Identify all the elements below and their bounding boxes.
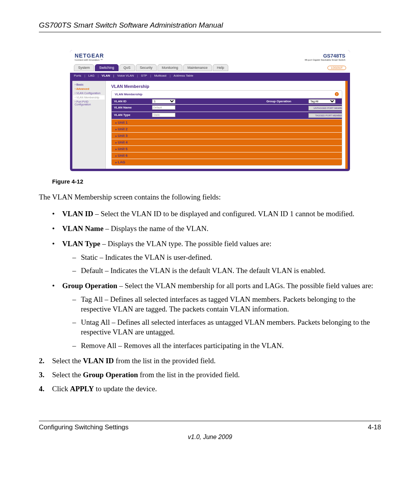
tab-switching[interactable]: Switching	[95, 64, 119, 71]
unit-row[interactable]: Unit 5	[112, 145, 342, 152]
vlan-name-input[interactable]	[152, 105, 175, 110]
panel-box: VLAN Membership ? VLAN ID 1	[111, 90, 342, 166]
unit-row[interactable]: Unit 3	[112, 132, 342, 139]
step-4: 4. Click APPLY to update the device.	[39, 384, 381, 394]
figure-caption: Figure 4-12	[52, 178, 381, 185]
subnav-lag[interactable]: LAG	[88, 74, 98, 77]
footer-left: Configuring Switching Settings	[39, 424, 129, 431]
subnav-ports[interactable]: Ports	[74, 74, 85, 77]
model-number: GS748TS	[304, 53, 345, 59]
sub-bullet-tag-all: Tag All – Defines all selected interface…	[72, 295, 381, 314]
vlan-type-input	[152, 113, 175, 117]
panel-title: VLAN Membership	[111, 84, 342, 89]
help-icon[interactable]: ?	[335, 92, 339, 96]
brand-bar: NETGEAR Connect with Innovation ™ GS748T…	[70, 50, 350, 63]
doc-header-title: GS700TS Smart Switch Software Administra…	[39, 21, 381, 32]
figure-screenshot: NETGEAR Connect with Innovation ™ GS748T…	[70, 50, 350, 171]
tab-help[interactable]: Help	[213, 64, 229, 71]
sub-bullet-remove-all: Remove All – Removes all the interfaces …	[72, 341, 381, 351]
panel-box-header: VLAN Membership ?	[112, 91, 342, 98]
sidebar-port-pvid[interactable]: › Port PVID Configuration	[73, 100, 105, 107]
label-vlan-id: VLAN ID	[112, 98, 150, 104]
unit-row[interactable]: Unit 2	[112, 126, 342, 132]
content-area: VLAN Membership VLAN Membership ? VLAN I…	[106, 81, 348, 169]
model-description: 48-port Gigabit Stackable Smart Switch	[304, 59, 345, 61]
tab-maintenance[interactable]: Maintenance	[183, 64, 212, 71]
unit-list: Unit 1 Unit 2 Unit 3 Unit 4 Unit 5 Unit …	[112, 119, 342, 165]
tab-security[interactable]: Security	[136, 64, 157, 71]
unit-row[interactable]: Unit 1	[112, 119, 342, 126]
tab-system[interactable]: System	[74, 64, 94, 71]
unit-row[interactable]: Unit 4	[112, 139, 342, 145]
step-2: 2. Select the VLAN ID from the list in t…	[39, 356, 381, 366]
bullet-group-op: Group Operation – Select the VLAN member…	[52, 281, 381, 350]
untagged-members-button[interactable]: UNTAGGED PORT MEMBERS	[308, 106, 342, 110]
panel-box-title: VLAN Membership	[115, 93, 142, 96]
sub-nav: Ports LAG VLAN Voice VLAN STP Multicast …	[70, 73, 350, 79]
step-3: 3. Select the Group Operation from the l…	[39, 370, 381, 380]
bullet-vlan-id: VLAN ID – Select the VLAN ID to be displ…	[52, 209, 381, 219]
label-group-op: Group Operation	[264, 98, 307, 104]
bullet-vlan-name: VLAN Name – Displays the name of the VLA…	[52, 224, 381, 234]
sidebar-vlan-membership[interactable]: › VLAN Membership	[73, 95, 105, 100]
label-vlan-type: VLAN Type	[112, 112, 150, 119]
label-vlan-name: VLAN Name	[112, 105, 150, 112]
brand-tagline: Connect with Innovation ™	[75, 59, 104, 61]
tagged-members-button[interactable]: TAGGED PORT MEMBERS	[308, 113, 342, 118]
doc-footer: Configuring Switching Settings 4-18	[39, 421, 381, 431]
group-op-select[interactable]: Tag All	[308, 99, 336, 103]
subnav-stp[interactable]: STP	[141, 74, 151, 77]
main-nav: System Switching QoS Security Monitoring…	[70, 63, 350, 73]
tab-qos[interactable]: QoS	[119, 64, 135, 71]
app-shell: NETGEAR Connect with Innovation ™ GS748T…	[70, 50, 350, 171]
footer-right: 4-18	[368, 424, 381, 431]
app-body: › Basic › Advanced › VLAN Configuration …	[72, 81, 348, 169]
logout-button[interactable]: LOGOUT	[327, 66, 346, 70]
doc-version: v1.0, June 2009	[39, 434, 381, 441]
intro-paragraph: The VLAN Membership screen contains the …	[39, 192, 381, 202]
unit-row[interactable]: Unit 6	[112, 152, 342, 159]
unit-row[interactable]: LAG	[112, 159, 342, 165]
bullet-vlan-type: VLAN Type – Displays the VLAN type. The …	[52, 239, 381, 276]
sub-bullet-default: Default – Indicates the VLAN is the defa…	[72, 266, 381, 276]
brand-logo: NETGEAR	[75, 52, 104, 59]
decorative-edge	[345, 81, 348, 169]
subnav-multicast[interactable]: Multicast	[154, 74, 170, 77]
sub-bullet-static: Static – Indicates the VLAN is user-defi…	[72, 253, 381, 262]
sidebar-advanced[interactable]: › Advanced	[73, 87, 105, 91]
sidebar-vlan-config[interactable]: › VLAN Configuration	[73, 91, 105, 95]
subnav-voice-vlan[interactable]: Voice VLAN	[117, 74, 138, 77]
sidebar-basic[interactable]: › Basic	[73, 82, 105, 87]
sidebar: › Basic › Advanced › VLAN Configuration …	[72, 81, 106, 169]
subnav-vlan[interactable]: VLAN	[102, 74, 114, 77]
subnav-address-table[interactable]: Address Table	[173, 74, 193, 77]
sub-bullet-untag-all: Untag All – Defines all selected interfa…	[72, 318, 381, 337]
tab-monitoring[interactable]: Monitoring	[158, 64, 182, 71]
vlan-id-select[interactable]: 1	[152, 99, 175, 103]
